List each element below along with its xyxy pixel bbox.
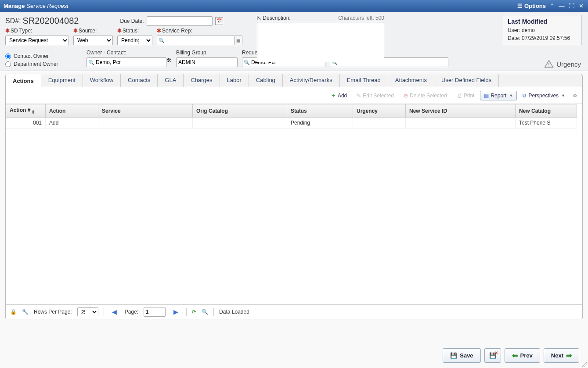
cell-action: Add [46,118,98,129]
tab-cabling[interactable]: Cabling [249,74,283,87]
col-new-service-id[interactable]: New Service ID [406,104,516,118]
collapse-up-icon[interactable]: ˄ [548,3,556,10]
col-urgency[interactable]: Urgency [353,104,406,118]
grid-toolbar: ＋Add ✎Edit Selected ⊖Delete Selected 🖨Pr… [6,87,582,104]
service-rep-input[interactable] [157,36,234,45]
print-button[interactable]: 🖨Print [453,91,479,100]
col-new-catalog[interactable]: New Catalog [516,104,577,118]
department-owner-radio[interactable]: Department Owner [5,61,69,67]
description-textarea[interactable] [257,22,384,62]
save-close-icon: 💾✕ [489,352,496,359]
sort-icon: ▲▼ [31,109,35,114]
lock-icon[interactable]: 🔒 [10,309,17,315]
col-action[interactable]: Action [46,104,98,118]
save-close-button[interactable]: 💾✕ [484,348,501,363]
add-button[interactable]: ＋Add [327,90,351,101]
tab-activity-remarks[interactable]: Activity/Remarks [283,74,340,87]
svg-line-3 [584,364,587,367]
search-icon: 🔍 [159,38,165,43]
form-area: SD#: SR202004082 Due Date: 📅 ✱SD Type: S… [0,12,588,71]
description-charcount: Characters left: 500 [338,15,384,21]
description-block: ⇱ Description: Characters left: 500 [257,15,384,64]
bottom-bar: 💾Save 💾✕ ⬅Prev Next➡ [443,348,579,363]
minimize-icon[interactable]: — [558,3,565,10]
cell-status: Pending [287,118,353,129]
maximize-icon[interactable]: ⛶ [568,3,575,10]
edit-selected-button[interactable]: ✎Edit Selected [353,91,398,100]
grid-scroll-area[interactable]: Action #▲▼ Action Service Orig Catalog S… [6,104,582,304]
status-select[interactable]: Pending [117,36,152,45]
tab-charges[interactable]: Charges [184,74,220,87]
wrench-icon[interactable]: 🔧 [22,309,29,315]
delete-selected-button[interactable]: ⊖Delete Selected [400,91,451,100]
report-button[interactable]: ▦Report▼ [480,91,517,100]
last-modified-title: Last Modified [508,18,577,25]
grid-header-row: Action #▲▼ Action Service Orig Catalog S… [6,104,577,118]
cell-service [98,118,193,129]
warning-icon [544,59,554,69]
status-label: Status: [123,28,139,34]
rows-per-page-select[interactable]: 25 [77,307,98,316]
search-icon[interactable]: 🔍 [202,309,208,315]
tab-email-thread[interactable]: Email Thread [340,74,388,87]
owner-contact-edit-button[interactable]: 🛠 [166,57,172,67]
tab-workflow[interactable]: Workflow [83,74,121,87]
tab-attachments[interactable]: Attachments [388,74,434,87]
search-icon: 🔍 [88,60,94,65]
next-page-button[interactable]: ▶ [171,308,181,315]
required-star-icon: ✱ [73,28,78,34]
col-status[interactable]: Status [287,104,353,118]
actions-grid: Action #▲▼ Action Service Orig Catalog S… [6,104,577,129]
gear-icon[interactable]: ⚙ [571,92,579,100]
tab-gla[interactable]: GLA [158,74,184,87]
tab-contacts[interactable]: Contacts [121,74,158,87]
source-select[interactable]: Web [73,36,113,45]
window-titlebar: Manage Service Request ☰ Options ˄ — ⛶ ✕ [0,0,588,12]
billing-group-input[interactable] [176,57,238,67]
save-button[interactable]: 💾Save [443,348,480,363]
sd-number-value: SR202004082 [23,16,79,26]
perspectives-button[interactable]: ⧉Perspectives▼ [519,91,569,100]
svg-line-4 [585,365,587,367]
description-label: Description: [263,15,290,21]
owner-contact-input[interactable] [87,57,166,67]
contact-owner-radio[interactable]: Contact Owner [5,53,69,59]
calendar-icon[interactable]: 📅 [215,17,223,25]
col-service[interactable]: Service [98,104,193,118]
pencil-icon: ✎ [357,93,361,99]
prev-button[interactable]: ⬅Prev [505,348,540,363]
cell-urgency [353,118,406,129]
sd-type-select[interactable]: Service Request [5,36,69,45]
minus-icon: ⊖ [404,93,408,99]
perspectives-icon: ⧉ [523,93,527,99]
col-action-num[interactable]: Action #▲▼ [6,104,46,118]
actions-panel: ＋Add ✎Edit Selected ⊖Delete Selected 🖨Pr… [5,87,583,319]
sd-type-label: SD Type: [11,28,32,34]
table-row[interactable]: 001 Add Pending Test Phone S [6,118,577,129]
report-icon: ▦ [484,93,489,99]
printer-icon: 🖨 [457,93,462,99]
popout-icon[interactable]: ⇱ [257,15,261,21]
cell-new-service-id [406,118,516,129]
page-label: Page: [125,309,138,315]
arrow-left-icon: ⬅ [512,351,518,360]
tab-labor[interactable]: Labor [220,74,249,87]
page-input[interactable] [144,307,166,317]
refresh-icon[interactable]: ⟳ [192,309,196,315]
service-rep-label: Service Rep: [162,28,192,34]
grid-status-text: Data Loaded [219,309,249,315]
service-rep-lookup-button[interactable]: ▤ [234,36,242,45]
prev-page-button[interactable]: ◀ [109,308,119,315]
tab-user-defined-fields[interactable]: User Defined Fields [434,74,499,87]
tab-actions[interactable]: Actions [6,74,41,87]
due-date-input[interactable] [147,16,213,26]
plus-icon: ＋ [331,92,336,99]
tab-equipment[interactable]: Equipment [41,74,83,87]
next-button[interactable]: Next➡ [544,348,579,363]
resize-grip[interactable] [580,360,587,367]
options-button[interactable]: ☰ Options [517,3,546,9]
urgency-button[interactable]: Urgency [544,59,581,69]
col-orig-catalog[interactable]: Orig Catalog [193,104,287,118]
required-star-icon: ✱ [5,28,10,34]
close-icon[interactable]: ✕ [577,3,584,10]
